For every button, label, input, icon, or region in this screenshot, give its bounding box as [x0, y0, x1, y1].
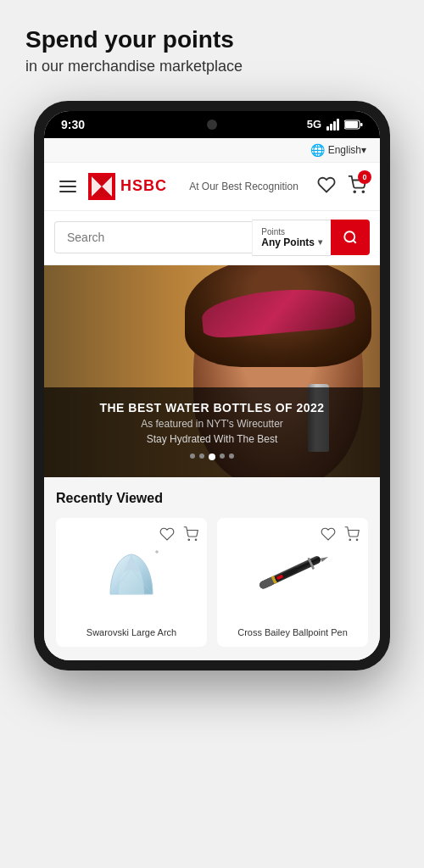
hsbc-hex-icon [88, 173, 115, 200]
product-1-cart[interactable] [181, 525, 200, 546]
svg-point-10 [362, 191, 364, 192]
dot-1[interactable] [190, 453, 195, 459]
network-type: 5G [307, 118, 321, 131]
recently-viewed-title: Recently Viewed [56, 491, 368, 506]
dot-2[interactable] [199, 453, 204, 459]
language-text: English▾ [328, 144, 366, 156]
svg-point-12 [188, 539, 190, 541]
phone-screen: 9:30 5G 🌐 English▾ [44, 111, 380, 660]
cart-button[interactable]: 0 [348, 175, 366, 198]
product-2-actions [319, 525, 361, 546]
svg-rect-2 [360, 123, 363, 126]
dot-3[interactable] [209, 453, 215, 460]
wishlist-button[interactable] [317, 175, 336, 197]
banner-overlay: THE BEST WATER BOTTLES OF 2022 As featur… [44, 387, 380, 477]
svg-point-9 [354, 191, 355, 192]
product-2-name: Cross Bailey Ballpoint Pen [226, 626, 360, 638]
svg-point-17 [356, 539, 358, 541]
page-subtitle: in our merchandise marketplace [25, 58, 399, 75]
points-dropdown[interactable]: Points Any Points ▾ [252, 220, 331, 256]
pen-svg [242, 539, 343, 607]
product-1-wishlist[interactable] [158, 525, 176, 546]
status-time: 9:30 [61, 118, 85, 131]
product-card-1[interactable]: Swarovski Large Arch [56, 518, 207, 647]
chevron-down-icon: ▾ [318, 237, 322, 247]
crystal-svg [98, 539, 165, 607]
svg-marker-24 [321, 554, 329, 561]
svg-point-13 [195, 539, 197, 541]
products-grid: Swarovski Large Arch [56, 518, 368, 647]
signal-icon [326, 119, 339, 131]
points-value: Any Points ▾ [261, 236, 322, 248]
banner-subtitle: As featured in NYT's Wirecutter [61, 418, 363, 430]
status-right: 5G [307, 118, 363, 131]
language-bar[interactable]: 🌐 English▾ [44, 138, 380, 163]
top-nav: HSBC At Our Best Recognition 0 [44, 163, 380, 211]
phone-mockup: 9:30 5G 🌐 English▾ [34, 101, 390, 670]
product-2-cart[interactable] [343, 525, 361, 546]
product-2-wishlist[interactable] [319, 525, 338, 546]
nav-tagline: At Our Best Recognition [181, 181, 307, 192]
camera-notch [207, 120, 217, 130]
globe-icon: 🌐 [310, 143, 325, 157]
recently-viewed-section: Recently Viewed [44, 477, 380, 660]
cart-badge: 0 [358, 170, 371, 184]
svg-point-16 [349, 539, 351, 541]
nav-icons: 0 [317, 175, 366, 198]
svg-point-11 [344, 231, 354, 242]
product-1-actions [158, 525, 200, 546]
banner[interactable]: THE BEST WATER BOTTLES OF 2022 As featur… [44, 265, 380, 477]
hsbc-text: HSBC [120, 177, 167, 195]
search-input[interactable] [54, 221, 252, 253]
product-1-name: Swarovski Large Arch [64, 626, 198, 638]
dot-5[interactable] [229, 453, 234, 459]
hsbc-logo[interactable]: HSBC [88, 173, 167, 200]
search-button[interactable] [331, 220, 370, 255]
search-bar-section: Points Any Points ▾ [44, 211, 380, 265]
banner-title: THE BEST WATER BOTTLES OF 2022 [61, 401, 363, 415]
banner-cta: Stay Hydrated With The Best [61, 433, 363, 445]
product-card-2[interactable]: Cross Bailey Ballpoint Pen [217, 518, 368, 647]
battery-icon [344, 120, 363, 130]
svg-rect-1 [345, 121, 358, 128]
banner-pagination[interactable] [61, 453, 363, 460]
dot-4[interactable] [220, 453, 225, 459]
hamburger-menu[interactable] [58, 179, 78, 194]
page-title: Spend your points [25, 25, 399, 54]
points-label: Points [261, 227, 322, 236]
